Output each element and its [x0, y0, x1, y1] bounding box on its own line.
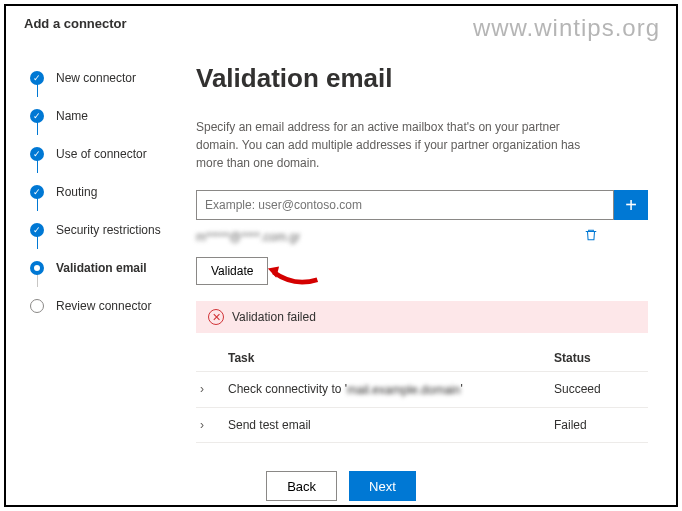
- error-text: Validation failed: [232, 310, 316, 324]
- step-new-connector[interactable]: New connector: [30, 59, 186, 97]
- step-review-connector: Review connector: [30, 287, 186, 325]
- added-email-value: m*****@****.com.gr: [196, 230, 300, 244]
- table-row[interactable]: › Send test email Failed: [196, 408, 648, 443]
- task-status: Failed: [554, 418, 644, 432]
- dialog-footer: Back Next: [6, 464, 676, 507]
- step-use-of-connector[interactable]: Use of connector: [30, 135, 186, 173]
- step-name[interactable]: Name: [30, 97, 186, 135]
- dialog-title: Add a connector: [6, 6, 676, 39]
- check-icon: [30, 147, 44, 161]
- column-status-header: Status: [554, 351, 644, 365]
- next-button[interactable]: Next: [349, 471, 416, 501]
- check-icon: [30, 71, 44, 85]
- chevron-right-icon: ›: [200, 382, 228, 396]
- step-security-restrictions[interactable]: Security restrictions: [30, 211, 186, 249]
- annotation-arrow-icon: [266, 261, 322, 292]
- page-title: Validation email: [196, 63, 648, 94]
- email-input[interactable]: [196, 190, 614, 220]
- delete-icon[interactable]: [584, 228, 598, 245]
- add-email-button[interactable]: +: [614, 190, 648, 220]
- back-button[interactable]: Back: [266, 471, 337, 501]
- current-step-icon: [30, 261, 44, 275]
- check-icon: [30, 109, 44, 123]
- plus-icon: +: [625, 194, 637, 216]
- pending-step-icon: [30, 299, 44, 313]
- error-icon: ✕: [208, 309, 224, 325]
- validation-error-banner: ✕ Validation failed: [196, 301, 648, 333]
- validation-tasks-table: Task Status › Check connectivity to 'mai…: [196, 345, 648, 443]
- check-icon: [30, 185, 44, 199]
- chevron-right-icon: ›: [200, 418, 228, 432]
- task-name: Check connectivity to 'mail.example.doma…: [228, 382, 554, 397]
- task-status: Succeed: [554, 382, 644, 396]
- check-icon: [30, 223, 44, 237]
- step-validation-email[interactable]: Validation email: [30, 249, 186, 287]
- validate-button[interactable]: Validate: [196, 257, 268, 285]
- page-description: Specify an email address for an active m…: [196, 118, 596, 172]
- table-row[interactable]: › Check connectivity to 'mail.example.do…: [196, 372, 648, 408]
- wizard-steps: New connector Name Use of connector Rout…: [6, 39, 186, 464]
- task-name: Send test email: [228, 418, 554, 432]
- column-task-header: Task: [228, 351, 554, 365]
- step-routing[interactable]: Routing: [30, 173, 186, 211]
